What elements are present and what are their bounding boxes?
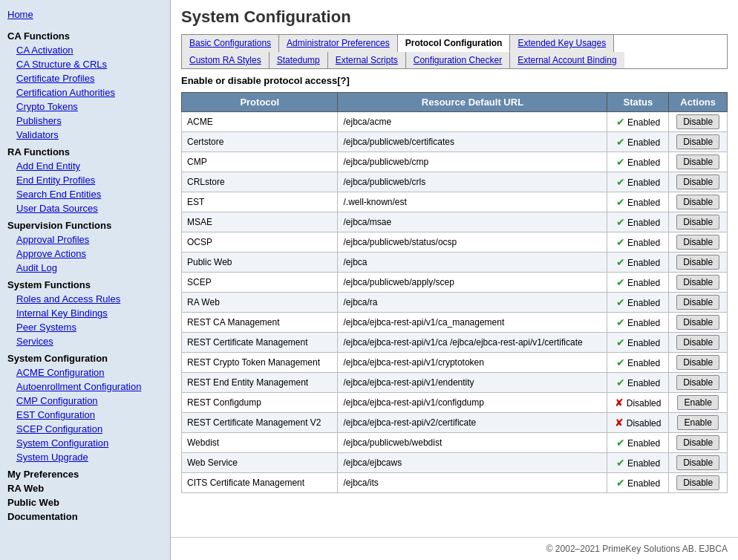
url-cell: /ejbca/ejbca-rest-api/v1/cryptotoken: [338, 353, 607, 373]
sidebar-item-scep-config[interactable]: SCEP Configuration: [0, 422, 170, 436]
sidebar-item-peer-systems[interactable]: Peer Systems: [0, 320, 170, 334]
enable-button[interactable]: Enable: [677, 415, 718, 430]
protocol-cell: REST Crypto Token Management: [182, 353, 338, 373]
sidebar-item-public-web[interactable]: Public Web: [0, 495, 170, 509]
sidebar-item-add-end-entity[interactable]: Add End Entity: [0, 159, 170, 173]
disable-button[interactable]: Disable: [676, 175, 719, 189]
disable-button[interactable]: Disable: [676, 215, 719, 229]
disable-button[interactable]: Disable: [676, 315, 719, 330]
status-badge: Enabled: [625, 278, 660, 288]
disable-button[interactable]: Disable: [676, 455, 719, 470]
disable-button[interactable]: Disable: [676, 255, 719, 270]
sidebar-item-certificate-profiles[interactable]: Certificate Profiles: [0, 71, 170, 85]
sidebar-item-search-end-entities[interactable]: Search End Entities: [0, 187, 170, 201]
disable-button[interactable]: Disable: [676, 134, 719, 149]
sidebar: Home CA Functions CA Activation CA Struc…: [0, 0, 171, 560]
url-cell: /ejbca/ejbca-rest-api/v1/configdump: [338, 393, 607, 413]
actions-cell: Disable: [669, 333, 728, 353]
sidebar-item-user-data-sources[interactable]: User Data Sources: [0, 201, 170, 215]
sidebar-item-ca-structure[interactable]: CA Structure & CRLs: [0, 57, 170, 71]
sidebar-item-acme-config[interactable]: ACME Configuration: [0, 365, 170, 380]
sidebar-item-cmp-config[interactable]: CMP Configuration: [0, 394, 170, 408]
sidebar-item-approve-actions[interactable]: Approve Actions: [0, 247, 170, 261]
protocol-table: Protocol Resource Default URL Status Act…: [181, 92, 728, 493]
status-badge: Enabled: [625, 178, 660, 188]
tab-administrator-preferences[interactable]: Administrator Preferences: [279, 35, 398, 52]
tab-protocol-configuration[interactable]: Protocol Configuration: [398, 35, 511, 52]
table-row: Webdist/ejbca/publicweb/webdist✔ Enabled…: [182, 433, 728, 453]
sidebar-item-internal-key-bindings[interactable]: Internal Key Bindings: [0, 306, 170, 320]
main-content: System Configuration Basic Configuration…: [171, 0, 738, 530]
status-cell: ✔ Enabled: [607, 473, 669, 493]
table-row: CMP/ejbca/publicweb/cmp✔ EnabledDisable: [182, 152, 728, 172]
status-badge: Disabled: [624, 418, 661, 429]
actions-cell: Disable: [669, 353, 728, 373]
status-cell: ✔ Enabled: [607, 313, 669, 333]
url-cell: /.well-known/est: [338, 192, 607, 212]
protocol-cell: Web Service: [182, 453, 338, 473]
sidebar-section-system-config: System Configuration: [0, 348, 170, 365]
tab-basic-configurations[interactable]: Basic Configurations: [182, 35, 279, 52]
disable-button[interactable]: Disable: [676, 475, 719, 490]
table-row: REST Configdump/ejbca/ejbca-rest-api/v1/…: [182, 393, 728, 413]
protocol-cell: REST Configdump: [182, 393, 338, 413]
tab-external-scripts[interactable]: External Scripts: [328, 52, 406, 68]
url-cell: /ejbca/ejbca-rest-api/v1/endentity: [338, 373, 607, 393]
disable-button[interactable]: Disable: [676, 275, 719, 290]
status-cell: ✔ Enabled: [607, 232, 669, 253]
sidebar-item-my-preferences[interactable]: My Preferences: [0, 467, 170, 481]
sidebar-item-system-upgrade[interactable]: System Upgrade: [0, 450, 170, 464]
sidebar-item-ra-web[interactable]: RA Web: [0, 481, 170, 495]
status-badge: Enabled: [625, 478, 660, 489]
sidebar-item-end-entity-profiles[interactable]: End Entity Profiles: [0, 173, 170, 187]
disable-button[interactable]: Disable: [676, 295, 719, 310]
sidebar-item-certification-authorities[interactable]: Certification Authorities: [0, 85, 170, 100]
sidebar-item-roles-access-rules[interactable]: Roles and Access Rules: [0, 292, 170, 306]
tab-external-account[interactable]: External Account Binding: [510, 52, 624, 68]
disable-button[interactable]: Disable: [676, 435, 719, 450]
status-cell: ✔ Enabled: [607, 293, 669, 313]
tab-extended-key[interactable]: Extended Key Usages: [510, 35, 614, 52]
disable-button[interactable]: Disable: [676, 235, 719, 250]
url-cell: /ejbca/ejbcaws: [338, 453, 607, 473]
sidebar-item-ca-activation[interactable]: CA Activation: [0, 43, 170, 57]
enable-button[interactable]: Enable: [677, 395, 718, 410]
sidebar-item-approval-profiles[interactable]: Approval Profiles: [0, 232, 170, 247]
sidebar-item-crypto-tokens[interactable]: Crypto Tokens: [0, 100, 170, 114]
status-cell: ✔ Enabled: [607, 253, 669, 273]
url-cell: /ejbca/publicweb/apply/scep: [338, 273, 607, 293]
sidebar-item-documentation[interactable]: Documentation: [0, 509, 170, 524]
protocol-cell: REST CA Management: [182, 313, 338, 333]
tab-custom-ra-styles[interactable]: Custom RA Styles: [182, 52, 270, 68]
check-icon: ✔: [616, 176, 625, 188]
sidebar-item-system-configuration[interactable]: System Configuration: [0, 436, 170, 450]
url-cell: /ejbca/ejbca-rest-api/v2/certificate: [338, 413, 607, 433]
table-row: REST End Entity Management/ejbca/ejbca-r…: [182, 373, 728, 393]
tab-statedump[interactable]: Statedump: [270, 52, 328, 68]
protocol-cell: REST Certificate Management V2: [182, 413, 338, 433]
disable-button[interactable]: Disable: [676, 195, 719, 209]
protocol-cell: MSAE: [182, 212, 338, 232]
disable-button[interactable]: Disable: [676, 335, 719, 350]
sidebar-item-validators[interactable]: Validators: [0, 128, 170, 142]
url-cell: /ejbca/publicweb/status/ocsp: [338, 232, 607, 253]
sidebar-item-services[interactable]: Services: [0, 334, 170, 348]
sidebar-item-autoenrollment-config[interactable]: Autoenrollment Configuration: [0, 380, 170, 394]
table-row: MSAE/ejbca/msae✔ EnabledDisable: [182, 212, 728, 232]
sidebar-item-est-config[interactable]: EST Configuration: [0, 408, 170, 422]
disable-button[interactable]: Disable: [676, 114, 719, 129]
actions-cell: Disable: [669, 253, 728, 273]
actions-cell: Disable: [669, 293, 728, 313]
disable-button[interactable]: Disable: [676, 355, 719, 370]
sidebar-item-audit-log[interactable]: Audit Log: [0, 261, 170, 275]
table-row: CITS Certificate Management/ejbca/its✔ E…: [182, 473, 728, 493]
sidebar-home-link[interactable]: Home: [0, 6, 170, 26]
tab-configuration-checker[interactable]: Configuration Checker: [406, 52, 510, 68]
table-row: Certstore/ejbca/publicweb/certificates✔ …: [182, 132, 728, 152]
disable-button[interactable]: Disable: [676, 154, 719, 169]
protocol-cell: ACME: [182, 112, 338, 132]
table-row: REST Certificate Management V2/ejbca/ejb…: [182, 413, 728, 433]
status-cell: ✔ Enabled: [607, 453, 669, 473]
disable-button[interactable]: Disable: [676, 375, 719, 390]
sidebar-item-publishers[interactable]: Publishers: [0, 114, 170, 128]
